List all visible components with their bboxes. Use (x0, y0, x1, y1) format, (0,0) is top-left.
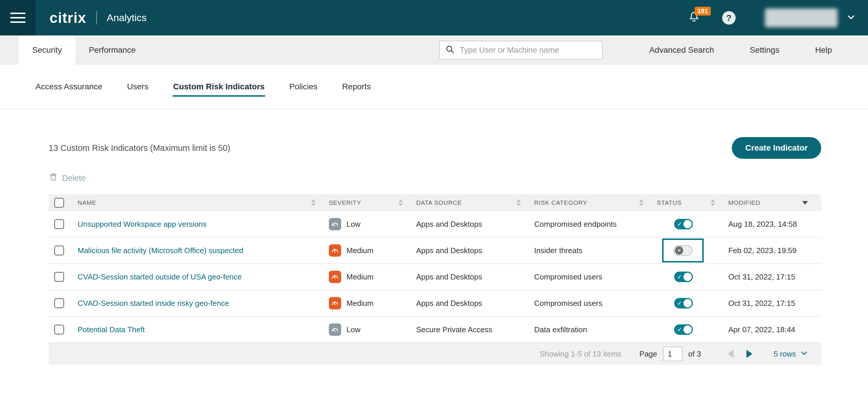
advanced-search-link[interactable]: Advanced Search (649, 46, 714, 55)
subnav-access-assurance[interactable]: Access Assurance (35, 80, 103, 93)
modified-cell: Feb 02, 2023, 19:59 (728, 246, 821, 255)
x-icon: ✕ (677, 248, 681, 253)
risk-category-cell: Compromised users (534, 299, 657, 308)
sort-icon[interactable] (710, 200, 715, 206)
sort-icon[interactable] (311, 200, 316, 206)
status-toggle[interactable]: ✓ ✕ (674, 271, 693, 282)
sort-icon[interactable] (398, 200, 403, 206)
next-page-icon[interactable] (746, 350, 752, 358)
toggle-knob: ✕ (683, 273, 692, 281)
check-icon: ✓ (677, 221, 682, 228)
notifications-button[interactable]: 191 (688, 11, 701, 25)
trash-icon (49, 172, 58, 184)
status-toggle[interactable]: ✓ ✕ (674, 219, 693, 229)
search-input[interactable] (460, 46, 597, 55)
column-header-data-source[interactable]: DATA SOURCE (416, 199, 534, 206)
risk-category-cell: Insider threats (534, 246, 657, 255)
status-cell: ✓ ✕ (657, 271, 728, 282)
security-subnav: Access Assurance Users Custom Risk Indic… (0, 65, 868, 109)
help-link[interactable]: Help (815, 46, 832, 55)
row-checkbox[interactable] (54, 298, 64, 308)
page-of-text: of 3 (688, 349, 701, 358)
severity-label: Low (346, 220, 361, 229)
subnav-policies[interactable]: Policies (289, 80, 318, 93)
data-source-cell: Secure Private Access (416, 325, 534, 334)
status-toggle[interactable]: ✓ ✕ (674, 324, 693, 335)
table-row: Malicious file activity (Microsoft Offic… (49, 238, 821, 264)
brand-divider (96, 11, 97, 25)
sort-icon[interactable] (516, 200, 521, 206)
citrix-logo: citrix (50, 9, 86, 26)
chevron-down-icon (800, 349, 808, 359)
risk-category-cell: Data exfiltration (534, 325, 657, 334)
status-toggle[interactable]: ✓ ✕ (674, 298, 693, 309)
tab-security[interactable]: Security (19, 35, 75, 65)
create-indicator-button[interactable]: Create Indicator (732, 137, 821, 159)
severity-icon (329, 271, 341, 283)
table-body: Unsupported Workspace app versions Low A… (49, 211, 821, 343)
status-toggle-wrap: ✓ ✕ (674, 324, 693, 335)
check-icon: ✓ (677, 273, 682, 280)
topbar: citrix Analytics 191 ? (0, 0, 868, 35)
column-header-modified[interactable]: MODIFIED (728, 199, 821, 206)
data-source-cell: Apps and Desktops (416, 220, 534, 229)
rows-per-page-select[interactable]: 5 rows (773, 349, 808, 359)
notification-badge: 191 (694, 7, 711, 16)
row-name-link[interactable]: CVAD-Session started outside of USA geo-… (78, 272, 242, 282)
showing-items-text: Showing 1-5 of 13 items (539, 349, 621, 358)
sort-desc-icon[interactable] (802, 201, 808, 205)
toggle-knob: ✕ (675, 247, 683, 255)
tab-performance[interactable]: Performance (75, 35, 149, 65)
sort-icon[interactable] (639, 200, 644, 206)
table-footer: Showing 1-5 of 13 items Page of 3 5 rows (49, 343, 821, 365)
help-button[interactable]: ? (722, 11, 736, 25)
status-toggle-wrap: ✓ ✕ (674, 298, 693, 309)
toggle-knob: ✕ (683, 299, 692, 307)
row-checkbox[interactable] (54, 325, 64, 335)
column-header-status[interactable]: STATUS (657, 199, 728, 206)
page-number-input[interactable] (663, 347, 682, 361)
bell-icon (688, 20, 701, 25)
risk-category-cell: Compromised endpoints (534, 220, 657, 229)
indicators-table: NAME SEVERITY DATA SOURCE RISK CATEGORY … (49, 194, 821, 365)
subnav-users[interactable]: Users (126, 80, 149, 93)
data-source-cell: Apps and Desktops (416, 272, 534, 282)
subnav-custom-risk-indicators[interactable]: Custom Risk Indicators (173, 80, 265, 93)
column-header-name[interactable]: NAME (78, 199, 329, 206)
status-toggle[interactable]: ✓ ✕ (674, 245, 692, 256)
row-name-link[interactable]: Malicious file activity (Microsoft Offic… (78, 246, 243, 255)
delete-label: Delete (62, 173, 86, 183)
row-name-link[interactable]: Potential Data Theft (78, 325, 145, 334)
subnav-reports[interactable]: Reports (341, 80, 371, 93)
main-content: 13 Custom Risk Indicators (Maximum limit… (0, 137, 868, 365)
table-row: CVAD-Session started inside risky geo-fe… (49, 290, 821, 317)
chevron-down-icon (846, 12, 856, 24)
modified-cell: Oct 31, 2022, 17:15 (728, 272, 821, 282)
search-box[interactable] (439, 41, 603, 59)
rows-per-page-label: 5 rows (773, 349, 796, 358)
severity-label: Medium (346, 272, 373, 282)
previous-page-icon[interactable] (728, 350, 734, 358)
account-menu-button[interactable] (846, 12, 856, 24)
table-row: CVAD-Session started outside of USA geo-… (49, 264, 821, 290)
row-name-link[interactable]: CVAD-Session started inside risky geo-fe… (78, 299, 229, 308)
column-header-risk-category[interactable]: RISK CATEGORY (534, 199, 657, 206)
status-toggle-wrap: ✓ ✕ (662, 238, 704, 262)
status-toggle-wrap: ✓ ✕ (674, 219, 693, 229)
table-header: NAME SEVERITY DATA SOURCE RISK CATEGORY … (49, 194, 821, 211)
settings-link[interactable]: Settings (750, 46, 779, 55)
page-title: 13 Custom Risk Indicators (Maximum limit… (49, 143, 230, 153)
row-checkbox[interactable] (54, 219, 64, 229)
column-header-severity[interactable]: SEVERITY (329, 199, 416, 206)
hamburger-icon (10, 12, 26, 23)
check-icon: ✓ (677, 326, 682, 333)
row-name-link[interactable]: Unsupported Workspace app versions (78, 220, 207, 229)
row-checkbox[interactable] (54, 246, 64, 256)
modified-cell: Aug 18, 2023, 14:58 (728, 220, 821, 229)
status-cell: ✓ ✕ (657, 238, 728, 262)
hamburger-menu-button[interactable] (0, 0, 35, 35)
row-checkbox[interactable] (54, 272, 64, 282)
status-toggle-wrap: ✓ ✕ (674, 271, 693, 282)
select-all-checkbox[interactable] (54, 198, 64, 208)
delete-button[interactable]: Delete (49, 172, 86, 184)
